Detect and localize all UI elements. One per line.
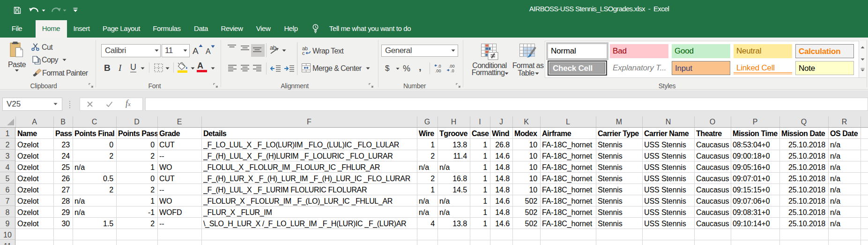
svg-text:c: c bbox=[302, 50, 305, 56]
